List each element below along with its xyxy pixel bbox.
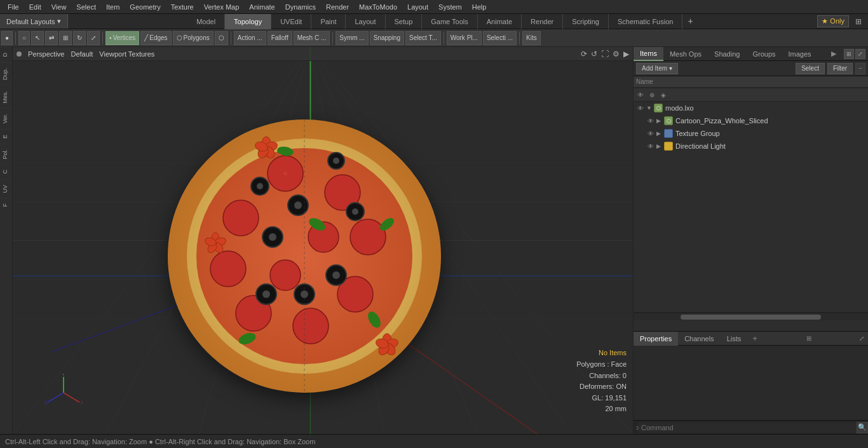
- mesh-button[interactable]: Mesh C ...: [294, 31, 330, 45]
- panel-icon-2[interactable]: ⤢: [855, 49, 865, 59]
- tool-transform[interactable]: ⇄: [45, 31, 58, 45]
- toggle-btn-1[interactable]: ●: [1, 31, 13, 45]
- scene-tree[interactable]: 👁 ⊕ ◈ 👁 ▼ ⬡ modo.lxo 👁 ▶ ⬡ Cartoon_Pizza…: [634, 88, 868, 312]
- tab-uvedit[interactable]: UVEdit: [271, 14, 311, 29]
- left-tab-d[interactable]: D: [0, 47, 12, 62]
- panel-icon-1[interactable]: ⊞: [844, 49, 854, 59]
- select-t-button[interactable]: Select T...: [405, 31, 441, 45]
- add-item-button[interactable]: Add Item ▾: [636, 63, 678, 74]
- menu-vertexmap[interactable]: Vertex Map: [199, 2, 245, 12]
- tab-mesh-ops[interactable]: Mesh Ops: [663, 47, 708, 61]
- selecti-button[interactable]: Selecti ...: [483, 31, 517, 45]
- menu-view[interactable]: View: [46, 2, 72, 12]
- tab-images[interactable]: Images: [782, 47, 818, 61]
- root-arrow-icon[interactable]: ▼: [646, 105, 654, 111]
- expand-layout-icon[interactable]: ⊞: [853, 16, 864, 27]
- props-tab-channels[interactable]: Channels: [678, 332, 720, 346]
- left-tab-mes[interactable]: Mes.: [0, 85, 12, 109]
- tab-render[interactable]: Render: [522, 14, 563, 29]
- tab-topology[interactable]: Topology: [225, 14, 271, 29]
- menu-item[interactable]: Item: [101, 2, 125, 12]
- mode-button[interactable]: ⬡: [215, 31, 228, 45]
- menu-dynamics[interactable]: Dynamics: [280, 2, 321, 12]
- left-tab-uv[interactable]: UV: [0, 179, 12, 198]
- left-tab-e[interactable]: E: [0, 129, 12, 144]
- snapping-button[interactable]: Snapping: [370, 31, 404, 45]
- tab-schematic-fusion[interactable]: Schematic Fusion: [609, 14, 682, 29]
- viewport-toggle-dot[interactable]: [17, 51, 22, 57]
- light-arrow-icon[interactable]: ▶: [656, 143, 664, 149]
- texture-eye-icon[interactable]: 👁: [646, 129, 655, 138]
- select-button[interactable]: Select: [796, 63, 825, 74]
- tool-rotate[interactable]: ↻: [73, 31, 86, 45]
- tree-texture-item[interactable]: 👁 ▶ Texture Group: [634, 127, 868, 140]
- vis-btn-2[interactable]: ⊕: [648, 91, 656, 100]
- kits-button[interactable]: Kits: [522, 31, 541, 45]
- root-eye-icon[interactable]: 👁: [636, 104, 645, 112]
- edges-button[interactable]: ╱ Edges: [140, 31, 171, 45]
- left-tab-pol[interactable]: Pol.: [0, 144, 12, 165]
- menu-animate[interactable]: Animate: [244, 2, 280, 12]
- tab-model[interactable]: Model: [187, 14, 225, 29]
- light-eye-icon[interactable]: 👁: [646, 142, 655, 151]
- add-layout-tab-button[interactable]: +: [682, 14, 698, 29]
- left-tab-f[interactable]: F: [0, 198, 12, 212]
- props-tab-properties[interactable]: Properties: [634, 332, 678, 346]
- minus-button[interactable]: −: [855, 63, 865, 74]
- falloff-button[interactable]: Falloff: [268, 31, 292, 45]
- props-tab-lists[interactable]: Lists: [721, 332, 748, 346]
- tree-pizza-item[interactable]: 👁 ▶ ⬡ Cartoon_Pizza_Whole_Sliced: [634, 114, 868, 127]
- tree-light-item[interactable]: 👁 ▶ Directional Light: [634, 140, 868, 153]
- tool-move[interactable]: ⊞: [59, 31, 72, 45]
- menu-texture[interactable]: Texture: [166, 2, 199, 12]
- panel-expand-button[interactable]: ▶: [826, 48, 841, 60]
- menu-file[interactable]: File: [3, 2, 24, 12]
- left-tab-c[interactable]: C: [0, 164, 12, 179]
- tab-groups[interactable]: Groups: [746, 47, 782, 61]
- pizza-arrow-icon[interactable]: ▶: [656, 118, 664, 124]
- default-layout-dropdown[interactable]: Default Layouts ▾: [0, 14, 68, 29]
- fit-icon[interactable]: ⟳: [581, 50, 587, 58]
- tree-root-item[interactable]: 👁 ▼ ⬡ modo.lxo: [634, 102, 868, 114]
- menu-system[interactable]: System: [433, 2, 467, 12]
- tab-items[interactable]: Items: [634, 47, 663, 61]
- menu-layout[interactable]: Layout: [402, 2, 433, 12]
- props-add-tab-button[interactable]: +: [747, 332, 763, 345]
- command-search-button[interactable]: 🔍: [857, 422, 868, 433]
- props-expand-icon[interactable]: ⊞: [803, 333, 815, 344]
- vis-btn-1[interactable]: 👁: [636, 91, 645, 100]
- maximize-icon[interactable]: ▶: [623, 50, 629, 58]
- menu-edit[interactable]: Edit: [24, 2, 46, 12]
- menu-help[interactable]: Help: [467, 2, 492, 12]
- menu-select[interactable]: Select: [71, 2, 101, 12]
- props-resize-icon[interactable]: ⤢: [855, 333, 868, 344]
- filter-button[interactable]: Filter: [827, 63, 853, 74]
- vis-btn-3[interactable]: ◈: [659, 91, 668, 100]
- vertices-button[interactable]: ▪ Vertices: [105, 31, 139, 45]
- pizza-eye-icon[interactable]: 👁: [646, 116, 655, 125]
- texture-arrow-icon[interactable]: ▶: [656, 130, 664, 137]
- viewport[interactable]: Perspective Default Viewport Textures ⟳ …: [13, 47, 633, 434]
- left-tab-dup[interactable]: Dup.: [0, 62, 12, 85]
- menu-geometry[interactable]: Geometry: [125, 2, 165, 12]
- settings-icon[interactable]: ⚙: [613, 50, 620, 58]
- tab-gametools[interactable]: Game Tools: [422, 14, 478, 29]
- polygons-button[interactable]: ⬡ Polygons: [173, 31, 214, 45]
- tool-cursor[interactable]: ↖: [31, 31, 44, 45]
- tool-sphere[interactable]: ○: [18, 31, 30, 45]
- action-button[interactable]: Action ...: [234, 31, 266, 45]
- tab-animate[interactable]: Animate: [478, 14, 522, 29]
- tab-setup[interactable]: Setup: [386, 14, 423, 29]
- left-tab-ver[interactable]: Ver.: [0, 108, 12, 129]
- menu-maxtomodo[interactable]: MaxToModo: [354, 2, 402, 12]
- work-pl-button[interactable]: Work Pl...: [447, 31, 482, 45]
- orbit-icon[interactable]: ↺: [591, 50, 597, 58]
- tab-layout[interactable]: Layout: [346, 14, 385, 29]
- frame-icon[interactable]: ⛶: [601, 50, 609, 58]
- tab-shading[interactable]: Shading: [708, 47, 746, 61]
- symm-button[interactable]: Symm ...: [336, 31, 368, 45]
- menu-render[interactable]: Render: [321, 2, 354, 12]
- tab-paint[interactable]: Paint: [311, 14, 346, 29]
- tool-scale[interactable]: ⤢: [87, 31, 100, 45]
- command-input[interactable]: [639, 423, 857, 433]
